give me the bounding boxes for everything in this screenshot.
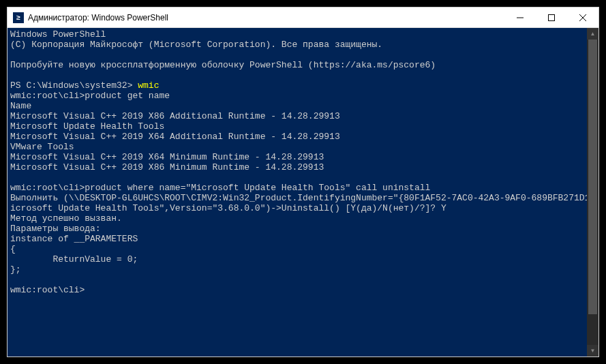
wmic-prompt: wmic:root\cli> [10, 285, 85, 295]
brace-open: { [10, 244, 16, 254]
scroll-thumb[interactable] [588, 40, 597, 314]
return-value-line: ReturnValue = 0; [10, 254, 138, 264]
product-row: Microsoft Visual C++ 2019 X64 Minimum Ru… [10, 152, 324, 162]
product-row: Microsoft Visual C++ 2019 X86 Minimum Ru… [10, 162, 324, 172]
titlebar-left: ≥ Администратор: Windows PowerShell [13, 12, 168, 23]
powershell-window: ≥ Администратор: Windows PowerShell Wind… [7, 7, 599, 357]
scroll-down-button[interactable]: ▼ [587, 345, 599, 357]
exec-line: Выполнить (\\DESKTOP-GL6UHCS\ROOT\CIMV2:… [10, 193, 587, 203]
svg-rect-1 [549, 14, 555, 20]
instance-line: instance of __PARAMETERS [10, 234, 138, 244]
try-new-line: Попробуйте новую кроссплатформенную обол… [10, 60, 436, 70]
titlebar: ≥ Администратор: Windows PowerShell [7, 7, 599, 28]
scroll-up-button[interactable]: ▲ [587, 28, 599, 40]
copyright-line: (C) Корпорация Майкрософт (Microsoft Cor… [10, 40, 382, 50]
header-line: Windows PowerShell [10, 29, 106, 40]
scroll-track[interactable] [587, 40, 599, 345]
powershell-icon: ≥ [13, 12, 24, 23]
exec-line: icrosoft Update Health Tools",Version="3… [10, 203, 446, 213]
product-row: VMware Tools [10, 142, 74, 152]
ps-prompt: PS C:\Windows\system32> [10, 80, 138, 91]
maximize-button[interactable] [536, 7, 567, 27]
uninstall-command: product where name="Microsoft Update Hea… [85, 183, 430, 193]
wmic-prompt: wmic:root\cli> [10, 91, 85, 101]
close-button[interactable] [567, 7, 599, 27]
window-title: Администратор: Windows PowerShell [28, 13, 168, 22]
window-controls [504, 7, 599, 27]
product-row: Microsoft Update Health Tools [10, 121, 164, 132]
product-row: Microsoft Visual C++ 2019 X64 Additional… [10, 132, 340, 142]
product-get-command: product get name [85, 91, 170, 101]
wmic-prompt: wmic:root\cli> [10, 183, 85, 193]
brace-close: }; [10, 264, 21, 275]
column-header: Name [10, 101, 31, 111]
wmic-command: wmic [138, 80, 159, 91]
product-row: Microsoft Visual C++ 2019 X86 Additional… [10, 111, 340, 121]
output-params-line: Параметры вывода: [10, 224, 101, 234]
method-called-line: Метод успешно вызван. [10, 213, 122, 224]
scrollbar[interactable]: ▲ ▼ [587, 28, 599, 357]
terminal-output[interactable]: Windows PowerShell (C) Корпорация Майкро… [7, 28, 587, 357]
terminal-wrapper: Windows PowerShell (C) Корпорация Майкро… [7, 28, 599, 357]
minimize-button[interactable] [504, 7, 536, 27]
